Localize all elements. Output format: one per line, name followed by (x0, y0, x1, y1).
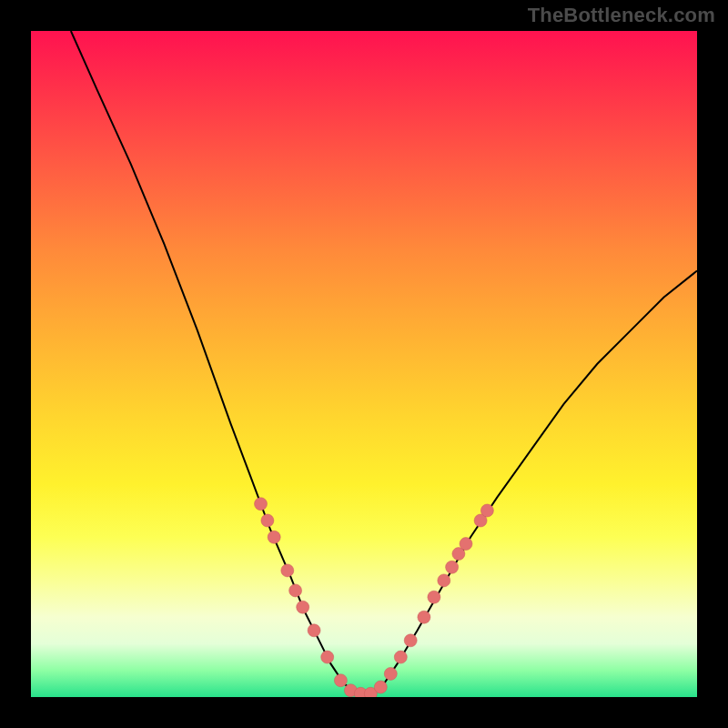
data-point (297, 601, 309, 613)
data-point (460, 538, 472, 551)
data-point (281, 564, 294, 577)
data-point (480, 504, 493, 517)
plot-area (31, 31, 697, 697)
data-point (438, 574, 450, 587)
data-point (334, 674, 347, 687)
chart-frame: TheBottleneck.com (0, 0, 728, 728)
data-point (446, 561, 459, 573)
data-point (321, 651, 334, 663)
data-point (428, 591, 440, 603)
data-point (404, 634, 417, 647)
data-point (261, 514, 274, 527)
data-markers (255, 498, 494, 697)
data-point (268, 531, 280, 543)
data-point (308, 624, 320, 637)
chart-svg (31, 31, 697, 697)
data-point (289, 584, 302, 597)
bottleneck-curve (71, 31, 697, 693)
data-point (394, 651, 407, 663)
data-point (255, 498, 268, 511)
data-point (418, 611, 430, 623)
watermark-text: TheBottleneck.com (528, 4, 715, 27)
data-point (384, 667, 397, 680)
data-point (374, 681, 387, 693)
